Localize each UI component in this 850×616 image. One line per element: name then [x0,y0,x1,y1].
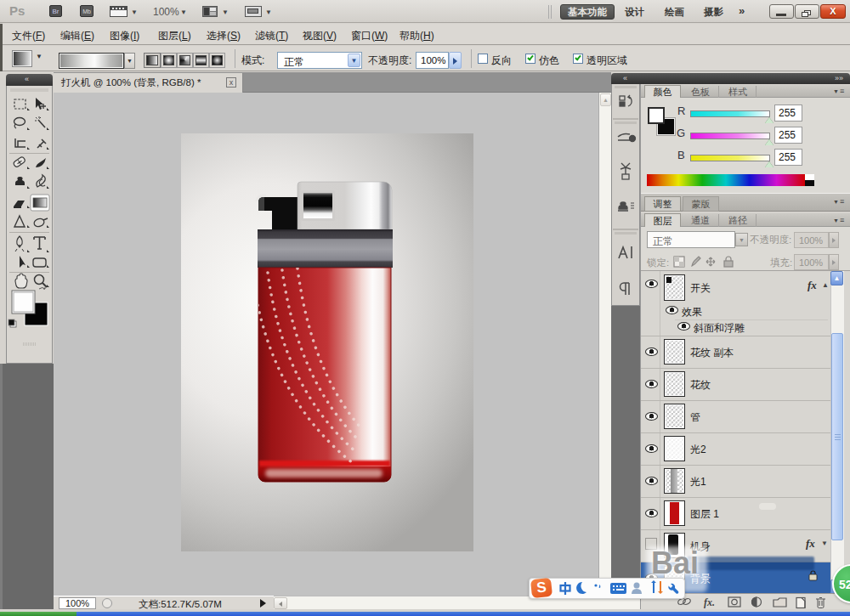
svg-text:fx.: fx. [704,596,715,608]
